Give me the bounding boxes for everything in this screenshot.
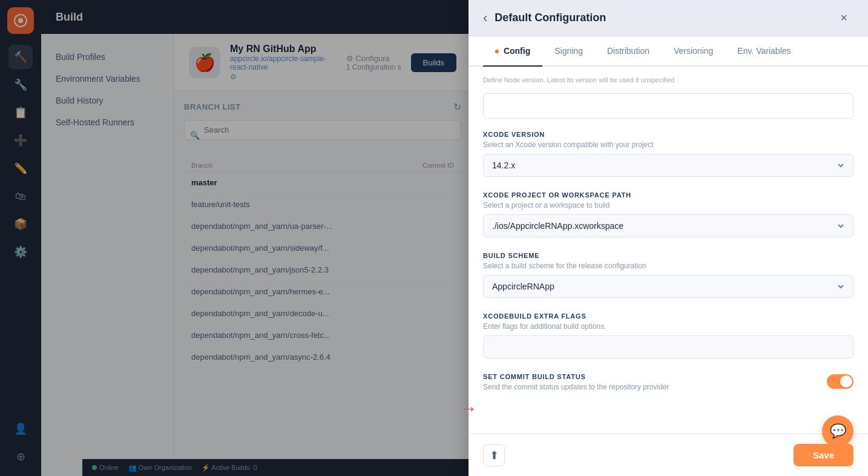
node-hint-area: Define Node version. Latest lts version … xyxy=(483,76,853,124)
xcode-path-select[interactable]: ./ios/AppcircleRNApp.xcworkspace xyxy=(483,214,853,237)
xcodebuild-flags-label: XCODEBUILD EXTRA FLAGS xyxy=(483,312,853,320)
xcode-path-desc: Select a project or a workspace to build xyxy=(483,201,853,210)
modal-close-button[interactable]: × xyxy=(834,8,853,28)
commit-build-status-label: SET COMMIT BUILD STATUS xyxy=(483,373,817,380)
build-scheme-label: BUILD SCHEME xyxy=(483,252,853,259)
tab-distribution[interactable]: Distribution xyxy=(595,36,662,65)
xcode-version-select-wrapper: 14.2.x 14.1.x 14.0.x 13.4.x xyxy=(483,154,853,177)
export-button[interactable]: ⬆ xyxy=(483,445,505,466)
build-scheme-desc: Select a build scheme for the release co… xyxy=(483,262,853,270)
modal-title-text: Default Configuration xyxy=(495,12,606,24)
build-scheme-select[interactable]: AppcircleRNApp xyxy=(483,275,853,298)
xcodebuild-flags-group: XCODEBUILD EXTRA FLAGS Enter flags for a… xyxy=(483,312,853,359)
modal-title-group: ‹ Default Configuration xyxy=(483,10,606,26)
tab-signing[interactable]: Signing xyxy=(542,36,595,65)
xcode-path-label: XCODE PROJECT OR WORKSPACE PATH xyxy=(483,191,853,199)
modal-panel: ‹ Default Configuration × Config Signing… xyxy=(469,0,868,476)
xcode-path-group: XCODE PROJECT OR WORKSPACE PATH Select a… xyxy=(483,191,853,237)
commit-build-status-info: SET COMMIT BUILD STATUS Send the commit … xyxy=(483,373,817,396)
toggle-knob xyxy=(840,375,852,388)
modal-tabs: Config Signing Distribution Versioning E… xyxy=(469,36,868,67)
build-scheme-group: BUILD SCHEME Select a build scheme for t… xyxy=(483,252,853,298)
modal-footer: ⬆ Save xyxy=(469,434,868,476)
chat-fab[interactable]: 💬 xyxy=(822,415,853,447)
modal-body: Define Node version. Latest lts version … xyxy=(469,67,868,434)
xcode-path-select-wrapper: ./ios/AppcircleRNApp.xcworkspace xyxy=(483,214,853,237)
commit-build-status-desc: Send the commit status updates to the re… xyxy=(483,383,817,391)
xcode-version-desc: Select an Xcode version compatible with … xyxy=(483,140,853,149)
commit-build-status-toggle[interactable] xyxy=(827,374,853,389)
save-button[interactable]: Save xyxy=(794,444,853,466)
tab-env-variables[interactable]: Env. Variables xyxy=(725,36,803,65)
build-scheme-select-wrapper: AppcircleRNApp xyxy=(483,275,853,298)
xcodebuild-flags-input[interactable] xyxy=(483,336,853,359)
xcodebuild-flags-desc: Enter flags for additional build options… xyxy=(483,322,853,331)
tab-versioning[interactable]: Versioning xyxy=(662,36,725,65)
config-dot xyxy=(495,50,499,53)
tab-config[interactable]: Config xyxy=(483,36,542,65)
node-hint-text: Define Node version. Latest lts version … xyxy=(483,76,853,84)
modal-back-button[interactable]: ‹ xyxy=(483,10,487,26)
xcode-version-select[interactable]: 14.2.x 14.1.x 14.0.x 13.4.x xyxy=(483,154,853,177)
xcode-version-label: XCODE VERSION xyxy=(483,131,853,138)
xcode-version-group: XCODE VERSION Select an Xcode version co… xyxy=(483,131,853,177)
modal-header: ‹ Default Configuration × xyxy=(469,0,868,36)
node-version-input[interactable] xyxy=(483,93,853,119)
commit-build-status-row: SET COMMIT BUILD STATUS Send the commit … xyxy=(483,373,853,396)
